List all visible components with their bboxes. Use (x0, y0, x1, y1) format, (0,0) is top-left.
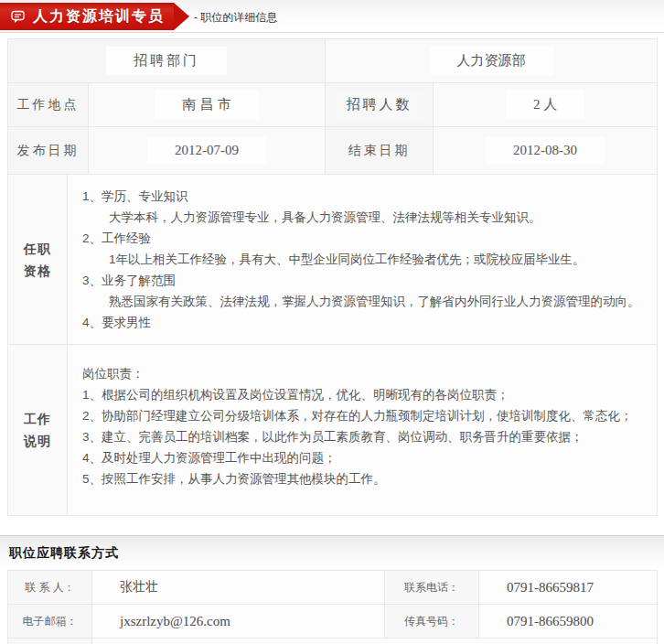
contact-address-label: 通信地址： (8, 639, 92, 644)
table-row: 发布日期 2012-07-09 结束日期 2012-08-30 (8, 127, 658, 175)
table-row: 工作地点 南 昌 市 招聘人数 2 人 (8, 83, 658, 127)
table-row: 招聘部门 人力资源部 (8, 39, 658, 83)
qualification-label: 任职 资格 (8, 175, 68, 345)
qualification-line: 1年以上相关工作经验，具有大、中型企业同岗位工作经验者优先；或院校应届毕业生。 (82, 249, 651, 270)
contact-table: 联 系 人： 张壮壮 联系电话： 0791-86659817 电子邮箱： jxs… (7, 570, 658, 644)
page-subtitle: - 职位的详细信息 (194, 10, 277, 26)
publish-date-label: 发布日期 (8, 127, 89, 175)
qualification-row: 任职 资格 1、学历、专业知识大学本科，人力资源管理专业，具备人力资源管理、法律… (8, 175, 658, 345)
end-date-cell: 2012-08-30 (434, 127, 658, 175)
description-label: 工作 说明 (8, 345, 68, 516)
qualification-line: 大学本科，人力资源管理专业，具备人力资源管理、法律法规等相关专业知识。 (82, 207, 651, 228)
job-detail-table: 任职 资格 1、学历、专业知识大学本科，人力资源管理专业，具备人力资源管理、法律… (7, 174, 658, 516)
table-row: 电子邮箱： jxszrlzyb@126.com 传真号码： 0791-86659… (8, 605, 658, 639)
dept-label: 招聘部门 (106, 47, 227, 75)
table-row: 通信地址： 江西南昌洪城路778号星河国际大厦A座2204，邮编330025 (8, 639, 658, 644)
contact-person-label: 联 系 人： (8, 571, 92, 605)
qualification-line: 4、要求男性 (82, 312, 651, 333)
description-line: 4、及时处理人力资源管理工作中出现的问题； (82, 447, 651, 468)
end-date-label: 结束日期 (326, 127, 434, 175)
description-row: 工作 说明 岗位职责：1、根据公司的组织机构设置及岗位设置情况，优化、明晰现有的… (8, 345, 658, 516)
contact-fax-value: 0791-86659800 (479, 605, 658, 639)
end-date-value: 2012-08-30 (486, 137, 605, 164)
table-row: 联 系 人： 张壮壮 联系电话： 0791-86659817 (8, 571, 658, 605)
ribbon-arrow (174, 3, 189, 30)
location-label: 工作地点 (8, 83, 89, 127)
contact-address-value: 江西南昌洪城路778号星河国际大厦A座2204，邮编330025 (92, 639, 658, 644)
dept-value-cell: 人力资源部 (326, 39, 658, 83)
contact-email-value: jxszrlzyb@126.com (92, 605, 385, 639)
description-line: 2、协助部门经理建立公司分级培训体系，对存在的人力瓶颈制定培训计划，使培训制度化… (82, 405, 651, 426)
location-value: 南 昌 市 (155, 91, 258, 119)
dept-label-cell: 招聘部门 (8, 39, 326, 83)
publish-date-value: 2012-07-09 (147, 137, 266, 164)
headcount-label-cell: 招聘人数 (326, 83, 434, 127)
contact-email-label: 电子邮箱： (8, 605, 92, 639)
qualification-line: 3、业务了解范围 (82, 270, 651, 291)
description-line: 1、根据公司的组织机构设置及岗位设置情况，优化、明晰现有的各岗位职责； (82, 384, 651, 405)
qualification-line: 熟悉国家有关政策、法律法规，掌握人力资源管理知识，了解省内外同行业人力资源管理的… (82, 291, 651, 312)
headcount-label: 招聘人数 (336, 91, 423, 119)
publish-date-cell: 2012-07-09 (89, 127, 326, 175)
contact-section-title: 职位应聘联系方式 (0, 545, 119, 562)
qualification-content: 1、学历、专业知识大学本科，人力资源管理专业，具备人力资源管理、法律法规等相关专… (68, 175, 658, 345)
speech-bubble-icon (11, 10, 26, 24)
location-value-cell: 南 昌 市 (89, 83, 326, 127)
job-title-ribbon: 人力资源培训专员 (0, 3, 174, 30)
headcount-value-cell: 2 人 (434, 83, 658, 127)
qualification-line: 1、学历、专业知识 (82, 186, 651, 207)
contact-section-header: 职位应聘联系方式 (0, 535, 664, 570)
qualification-line: 2、工作经验 (82, 228, 651, 249)
contact-person-value: 张壮壮 (92, 571, 385, 605)
page-title: 人力资源培训专员 (33, 7, 165, 27)
contact-phone-value: 0791-86659817 (479, 571, 658, 605)
contact-fax-label: 传真号码： (385, 605, 479, 639)
dept-value: 人力资源部 (430, 47, 553, 75)
contact-phone-label: 联系电话： (385, 571, 479, 605)
description-line: 3、建立、完善员工的培训档案，以此作为员工素质教育、岗位调动、职务晋升的重要依据… (82, 426, 651, 447)
description-line: 5、按照工作安排，从事人力资源管理其他模块的工作。 (82, 468, 651, 489)
description-line: 岗位职责： (82, 363, 651, 384)
description-content: 岗位职责：1、根据公司的组织机构设置及岗位设置情况，优化、明晰现有的各岗位职责；… (68, 345, 658, 516)
page-header: 人力资源培训专员 - 职位的详细信息 (0, 0, 664, 33)
headcount-value: 2 人 (506, 91, 584, 119)
job-info-table: 招聘部门 人力资源部 工作地点 南 昌 市 招聘人数 2 人 发布日期 2012… (7, 38, 658, 175)
